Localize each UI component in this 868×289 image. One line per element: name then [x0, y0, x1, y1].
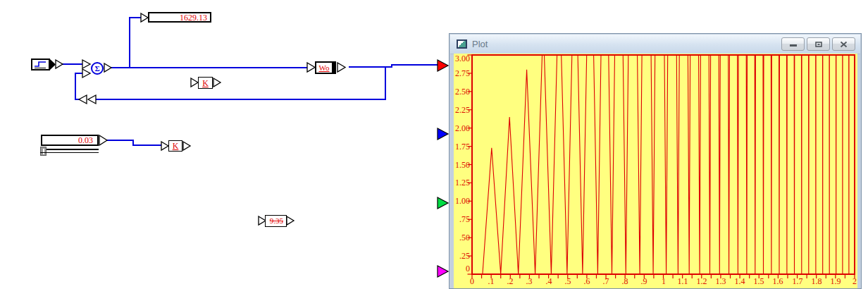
- minimize-icon: [789, 41, 798, 47]
- step-source-block[interactable]: [31, 59, 50, 70]
- wire-segment: [75, 73, 76, 100]
- wire-segment: [129, 17, 141, 18]
- gain-label: K: [173, 142, 179, 150]
- slider-track-shadow: [40, 152, 99, 153]
- arrowhead-icon: [286, 216, 294, 226]
- wire-segment: [132, 144, 162, 146]
- close-button[interactable]: [832, 37, 855, 51]
- plot-window-icon: [457, 39, 467, 49]
- wire-segment: [111, 67, 309, 68]
- vissim-workspace: Σ 1629.13 K Wo 0.03: [0, 0, 868, 289]
- wire-segment: [106, 140, 134, 141]
- display-block[interactable]: 1629.13: [148, 12, 211, 23]
- plot-input-arrow-3[interactable]: [437, 197, 450, 209]
- display-value: 1629.13: [180, 13, 207, 22]
- arrowhead-icon: [55, 59, 63, 69]
- wire-left-arrowhead-icon: [87, 94, 97, 104]
- plant-block[interactable]: Wo: [315, 61, 336, 74]
- slider-value: 0.03: [78, 136, 93, 144]
- minimize-button[interactable]: [781, 37, 805, 51]
- plot-svg: [466, 54, 856, 281]
- sigma-symbol: Σ: [94, 64, 99, 73]
- plot-input-arrow-4[interactable]: [437, 265, 450, 278]
- sum-input-arrowhead-icon[interactable]: [82, 68, 91, 78]
- const-block[interactable]: 9.35: [265, 215, 287, 227]
- restore-button[interactable]: [807, 37, 830, 51]
- wire-segment: [129, 18, 130, 68]
- plot-input-arrow-1[interactable]: [437, 59, 450, 72]
- slider-handle[interactable]: [40, 147, 46, 156]
- slider-track[interactable]: [46, 149, 99, 150]
- restore-icon: [814, 41, 823, 48]
- plot-window-titlebar[interactable]: Plot: [450, 35, 860, 54]
- arrowhead-icon: [337, 62, 346, 73]
- plant-label: Wo: [318, 64, 329, 72]
- arrowhead-icon: [182, 141, 191, 151]
- wire-segment: [92, 99, 386, 100]
- sum-output-arrowhead-icon: [104, 63, 112, 73]
- slider-block[interactable]: 0.03: [41, 135, 99, 146]
- wire-segment: [391, 64, 438, 66]
- sum-block[interactable]: Σ: [91, 62, 104, 75]
- step-glyph-icon: [32, 60, 49, 69]
- wire-left-arrowhead-icon: [78, 94, 87, 104]
- const-value: 9.35: [270, 217, 283, 225]
- gain-block-upper[interactable]: K: [198, 77, 213, 89]
- plot-window-title: Plot: [472, 39, 488, 49]
- gain-block-lower[interactable]: K: [168, 140, 182, 152]
- gain-label: K: [202, 79, 209, 87]
- arrowhead-icon: [99, 135, 108, 146]
- wire-segment: [385, 67, 386, 100]
- sum-input-arrowhead-icon[interactable]: [82, 59, 91, 69]
- close-icon: [840, 41, 848, 48]
- arrowhead-icon: [213, 78, 221, 87]
- plot-input-arrow-2[interactable]: [437, 128, 450, 140]
